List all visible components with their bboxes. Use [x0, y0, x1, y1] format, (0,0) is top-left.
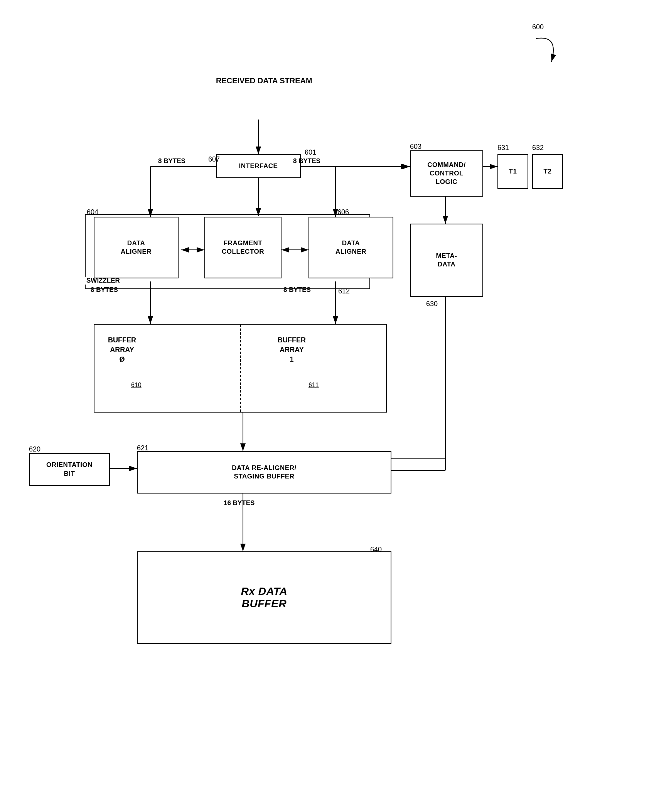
data-realigner-box: DATA RE-ALIGNER/STAGING BUFFER — [137, 451, 391, 494]
label-16bytes: 16 BYTES — [224, 499, 255, 507]
diagram-container: 600 RECEIVED DATA STREAM INTERFACE 601 C… — [0, 0, 649, 812]
fragment-collector-box: FRAGMENTCOLLECTOR — [204, 217, 282, 278]
ref-630: 630 — [426, 300, 438, 308]
ref-631: 631 — [497, 144, 509, 152]
ref-600: 600 — [532, 23, 544, 31]
received-data-stream-label: RECEIVED DATA STREAM — [216, 75, 312, 86]
metadata-box: META-DATA — [410, 224, 483, 297]
ref-612: 612 — [338, 287, 350, 295]
t1-box: T1 — [497, 154, 528, 189]
t2-box: T2 — [532, 154, 563, 189]
ref-603: 603 — [410, 143, 421, 151]
ref-601: 601 — [305, 148, 316, 157]
data-aligner-left-box: DATAALIGNER — [94, 217, 179, 278]
ref-632: 632 — [532, 144, 544, 152]
buffer-array-1-label: BUFFERARRAY1 — [278, 335, 306, 365]
label-8bytes-top-right: 8 BYTES — [293, 157, 320, 165]
label-8bytes-bottom-right: 8 BYTES — [283, 286, 311, 294]
ref-640: 640 — [370, 546, 382, 554]
data-aligner-right-box: DATAALIGNER — [308, 217, 393, 278]
interface-box: INTERFACE — [216, 154, 301, 178]
ref-604: 604 — [87, 208, 98, 216]
ref-611: 611 — [308, 382, 319, 389]
ref-606: 606 — [337, 208, 349, 216]
ref-607: 607 — [208, 155, 220, 163]
orientation-bit-box: ORIENTATIONBIT — [29, 453, 110, 486]
rx-data-buffer-box: Rx DATABUFFER — [137, 551, 391, 644]
ref-610: 610 — [131, 382, 142, 389]
label-8bytes-bottom-left: 8 BYTES — [91, 286, 118, 294]
ref-620: 620 — [29, 445, 40, 453]
command-control-box: COMMAND/CONTROLLOGIC — [410, 150, 483, 197]
buffer-array-0-label: BUFFERARRAYØ — [108, 335, 136, 365]
buffer-arrays-box — [94, 324, 387, 413]
ref-621: 621 — [137, 444, 148, 452]
label-8bytes-top-left: 8 BYTES — [158, 157, 185, 165]
